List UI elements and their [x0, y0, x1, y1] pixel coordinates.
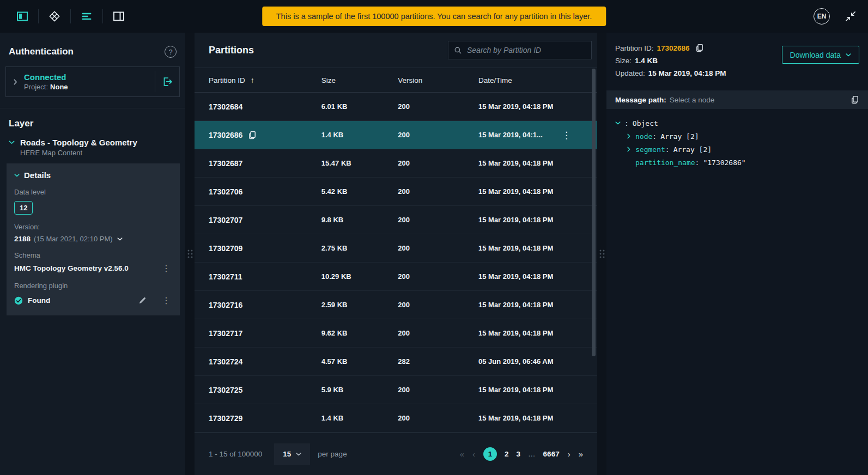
version-selector[interactable]: 2188 (15 Mar 2021, 02:10 PM) — [14, 235, 172, 243]
project-line: Project:None — [24, 83, 68, 91]
drag-grip-icon — [187, 250, 192, 258]
column-version[interactable]: Version — [398, 76, 478, 84]
cell-datetime: 15 Mar 2019, 04:18 PM — [478, 159, 597, 167]
tree-node[interactable]: segment:Array [2] — [615, 143, 859, 156]
first-page-button[interactable]: « — [460, 449, 464, 459]
layer-section-title: Layer — [0, 118, 185, 129]
toggle-left-panel-button[interactable] — [10, 7, 35, 26]
layer-titles: Roads - Topology & Geometry HERE Map Con… — [20, 138, 137, 157]
prev-page-button[interactable]: ‹ — [472, 449, 475, 459]
connection-status: Connected — [24, 72, 68, 82]
list-view-button[interactable] — [74, 7, 99, 26]
connection-card[interactable]: Connected Project:None — [5, 66, 180, 97]
tree-node-text: node:Array [2] — [635, 132, 699, 141]
cell-datetime: 15 Mar 2019, 04:18 PM — [478, 102, 597, 111]
plugin-menu-icon[interactable]: ⋮ — [160, 295, 172, 306]
cell-datetime: 15 Mar 2019, 04:18 PM — [478, 329, 597, 337]
table-row[interactable]: 17302711 10.29 KB 200 15 Mar 2019, 04:18… — [195, 263, 597, 291]
download-data-button[interactable]: Download data — [782, 46, 859, 64]
page-button[interactable]: 6667 — [543, 450, 560, 458]
table-scrollbar[interactable] — [592, 69, 596, 356]
panel-left-icon — [16, 10, 28, 22]
collapse-button[interactable] — [843, 11, 858, 22]
tree-colon: : — [665, 145, 670, 154]
table-row[interactable]: 17302687 15.47 KB 200 15 Mar 2019, 04:18… — [195, 149, 597, 178]
column-datetime[interactable]: Date/Time — [478, 76, 597, 84]
rendering-plugin-status: Found — [28, 296, 50, 305]
help-icon[interactable]: ? — [165, 46, 177, 58]
tree-chevron-icon[interactable] — [626, 135, 632, 138]
tree-node[interactable]: node:Array [2] — [615, 130, 859, 143]
cell-size: 9.62 KB — [321, 329, 398, 337]
copy-icon[interactable] — [695, 44, 704, 52]
copy-icon[interactable] — [851, 95, 859, 104]
cell-partition-id: 17302711 — [209, 272, 242, 281]
cell-datetime: 05 Jun 2019, 06:46 AM — [478, 357, 597, 366]
message-path-label: Message path: — [615, 96, 666, 104]
chevron-down-icon[interactable] — [9, 141, 15, 157]
resize-handle-left[interactable] — [185, 33, 195, 475]
map-tiles-button[interactable] — [42, 7, 67, 26]
updated-label: Updated: — [615, 69, 645, 77]
toolbar-icons — [10, 7, 131, 26]
message-path-hint: Select a node — [670, 96, 715, 104]
table-row[interactable]: 17302707 9.8 KB 200 15 Mar 2019, 04:18 P… — [195, 206, 597, 234]
tree-chevron-icon[interactable] — [626, 148, 632, 151]
schema-menu-icon[interactable]: ⋮ — [160, 263, 172, 273]
cell-size: 1.4 KB — [321, 131, 398, 139]
table-row[interactable]: 17302717 9.62 KB 200 15 Mar 2019, 04:18 … — [195, 319, 597, 348]
page-button[interactable]: 2 — [505, 450, 509, 458]
table-row[interactable]: 17302729 1.4 KB 200 15 Mar 2019, 04:18 P… — [195, 404, 597, 433]
page-size-value: 15 — [283, 450, 291, 458]
chevron-down-icon — [14, 174, 20, 177]
schema-value: HMC Topology Geometry v2.56.0 — [14, 264, 129, 272]
tree-key: node — [635, 132, 652, 141]
size-value: 1.4 KB — [635, 57, 658, 65]
last-page-button[interactable]: » — [579, 449, 583, 459]
layer-item[interactable]: Roads - Topology & Geometry HERE Map Con… — [0, 129, 185, 163]
message-path-bar: Message path: Select a node — [606, 90, 868, 109]
tree-node[interactable]: partition_name:"17302686" — [615, 156, 859, 169]
copy-icon[interactable] — [248, 131, 257, 139]
page-size-select[interactable]: 15 — [274, 443, 310, 465]
authentication-title: Authentication — [9, 46, 74, 57]
toggle-right-panel-button[interactable] — [106, 7, 131, 26]
partition-id-value: 17302686 — [657, 44, 690, 52]
layer-details-card: Details Data level 12 Version: 2188 (15 … — [7, 163, 180, 315]
divider — [70, 9, 71, 23]
edit-icon[interactable] — [138, 296, 147, 305]
partition-search-input[interactable] — [467, 46, 586, 54]
cell-partition-id: 17302724 — [209, 357, 242, 366]
details-toggle[interactable]: Details — [14, 170, 172, 180]
page-button[interactable]: 1 — [483, 447, 497, 461]
table-row[interactable]: 17302725 5.9 KB 200 15 Mar 2019, 04:18 P… — [195, 376, 597, 404]
tree-value: Array [2] — [660, 132, 699, 141]
next-page-button[interactable]: › — [568, 449, 570, 459]
column-partition-id[interactable]: Partition ID↑ — [195, 76, 321, 84]
table-row[interactable]: 17302709 2.75 KB 200 15 Mar 2019, 04:18 … — [195, 234, 597, 263]
cell-partition-id: 17302687 — [209, 159, 242, 168]
payload-tree: :Object node:Array [2] segment:Array [2] — [606, 109, 868, 176]
resize-handle-right[interactable] — [597, 33, 606, 475]
row-menu-icon[interactable]: ⋮ — [562, 129, 571, 141]
table-row[interactable]: 17302684 6.01 KB 200 15 Mar 2019, 04:18 … — [195, 93, 597, 121]
table-row[interactable]: 17302706 5.42 KB 200 15 Mar 2019, 04:18 … — [195, 178, 597, 206]
table-row[interactable]: 17302716 2.59 KB 200 15 Mar 2019, 04:18 … — [195, 291, 597, 319]
tree-node[interactable]: :Object — [615, 117, 859, 130]
tree-value: Object — [633, 119, 658, 127]
table-row[interactable]: 17302686 1.4 KB 200 15 Mar 2019, 04:1...… — [195, 121, 597, 149]
cell-partition-id: 17302716 — [209, 301, 242, 309]
cell-size: 4.57 KB — [321, 357, 398, 366]
column-size[interactable]: Size — [321, 76, 398, 84]
search-box[interactable] — [448, 41, 592, 59]
sign-out-icon[interactable] — [155, 71, 173, 92]
tree-chevron-icon[interactable] — [615, 121, 621, 125]
top-bar: This is a sample of the first 100000 par… — [0, 0, 868, 33]
pager: « ‹ 1 2 3 … 6667 — [460, 447, 583, 461]
cell-datetime: 15 Mar 2019, 04:18 PM — [478, 301, 597, 309]
table-row[interactable]: 17302724 4.57 KB 282 05 Jun 2019, 06:46 … — [195, 348, 597, 376]
language-button[interactable]: EN — [814, 8, 830, 25]
rendering-plugin-line: Found ⋮ — [14, 295, 172, 306]
page-button[interactable]: 3 — [517, 450, 521, 458]
page-button[interactable]: … — [528, 450, 536, 458]
